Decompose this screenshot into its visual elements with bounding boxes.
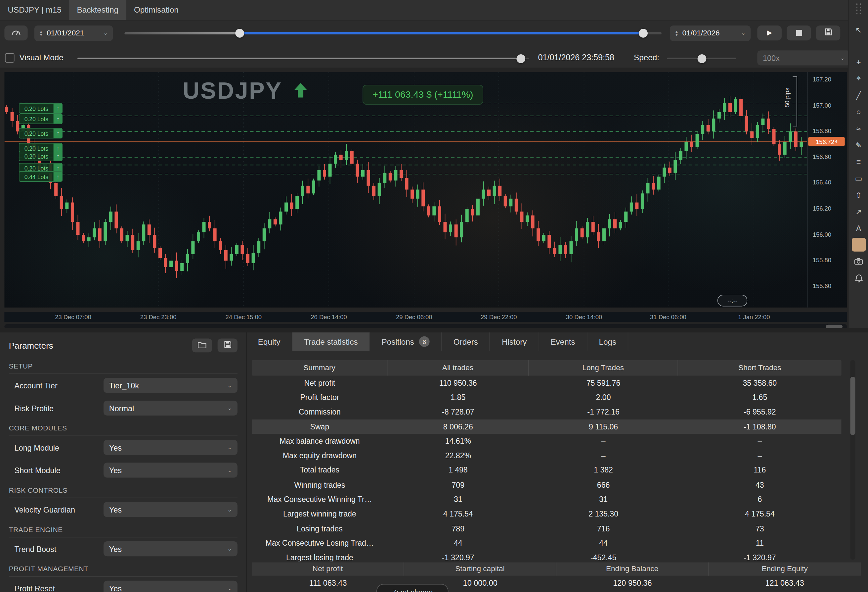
sidebar-drag-handle[interactable]	[856, 3, 861, 14]
play-button[interactable]: ▶	[757, 25, 782, 40]
stop-button[interactable]	[787, 25, 811, 40]
text-tool[interactable]: A	[852, 221, 866, 235]
end-date-select[interactable]: ▲▼ 01/01/2026 ⌄	[670, 25, 751, 41]
table-row[interactable]: Winning trades70966643	[252, 478, 841, 492]
backtest-toolbar: ▲▼ 01/01/2021 ⌄ ▲▼ 01/01/2026 ⌄ ▶	[0, 23, 848, 43]
time-axis[interactable]: 23 Dec 07:0023 Dec 23:0024 Dec 15:0026 D…	[4, 312, 847, 322]
price-axis[interactable]: 157.20157.00156.80156.60156.40156.20156.…	[807, 72, 847, 308]
tab-equity[interactable]: Equity	[247, 332, 292, 351]
table-cell: 2.00	[528, 393, 678, 402]
visual-mode-checkbox[interactable]	[5, 53, 14, 62]
table-cell: -8 728.07	[387, 408, 528, 416]
table-row[interactable]: Max balance drawdown14.61%––	[252, 434, 841, 448]
backtest-range-slider[interactable]	[125, 24, 661, 43]
settings-gauge-button[interactable]	[4, 25, 28, 40]
table-row[interactable]: Commission-8 728.07-1 772.16-6 955.92	[252, 405, 841, 419]
pips-bracket	[793, 77, 797, 126]
price-axis-label: 157.00	[813, 102, 831, 108]
param-select-velocity-guardian[interactable]: Yes⌄	[103, 502, 238, 517]
trade-lot-badge[interactable]: 0.20 Lots↑	[19, 114, 63, 124]
window-tabbar: USDJPY | m15BacktestingOptimisation	[0, 0, 848, 21]
table-row[interactable]: Total trades1 4981 382116	[252, 463, 841, 478]
color-swatch-tool[interactable]	[852, 238, 866, 252]
table-row[interactable]: Losing trades78971673	[252, 521, 841, 536]
tab-orders[interactable]: Orders	[442, 332, 490, 351]
table-row[interactable]: Max Consecutive Winning Tr…31316	[252, 492, 841, 507]
param-select-long-module[interactable]: Yes⌄	[103, 440, 238, 455]
target-tool[interactable]: ⌖	[852, 71, 866, 86]
wave-pattern-tool[interactable]: ≈	[852, 121, 866, 135]
param-select-short-module[interactable]: Yes⌄	[103, 463, 238, 477]
table-cell: Max balance drawdown	[252, 437, 387, 445]
param-select-account-tier[interactable]: Tier_10k⌄	[103, 378, 238, 393]
footer-header-net-profit: Net profit	[252, 562, 404, 576]
date-stepper-icon[interactable]: ▲▼	[675, 30, 679, 36]
progress-fill	[77, 58, 521, 59]
trade-lot-badge[interactable]: 0.44 Lots↑	[19, 171, 63, 182]
param-label: Account Tier	[15, 381, 103, 390]
save-backtest-button[interactable]	[816, 25, 840, 40]
table-row[interactable]: Net profit110 950.3675 591.7635 358.60	[252, 376, 841, 390]
crosshair-tool[interactable]: +	[852, 55, 866, 69]
tab-trade-statistics[interactable]: Trade statistics	[292, 332, 370, 351]
brush-tool[interactable]: ✎	[852, 138, 866, 152]
alert-bell-icon[interactable]	[852, 271, 866, 285]
time-axis-label: 23 Dec 07:00	[55, 314, 91, 320]
param-row-account-tier: Account TierTier_10k⌄	[0, 374, 247, 397]
stats-scrollbar-thumb[interactable]	[850, 377, 855, 435]
speed-multiplier-select[interactable]: 100x ⌄	[757, 50, 850, 65]
load-parameters-button[interactable]	[192, 338, 212, 352]
candlestick-chart[interactable]: USDJPY +111 063.43 $ (+1111%) 0.20 Lots↑…	[4, 72, 847, 308]
playback-progress-slider[interactable]	[77, 49, 528, 67]
table-row[interactable]: Largest winning trade4 175.542 135.304 1…	[252, 507, 841, 521]
param-select-trend-boost[interactable]: Yes⌄	[103, 541, 238, 556]
start-date-select[interactable]: ▲▼ 01/01/2021 ⌄	[34, 25, 113, 41]
trade-lot-badge[interactable]: 0.20 Lots↑	[19, 151, 63, 161]
table-row[interactable]: Profit factor1.852.001.65	[252, 390, 841, 405]
price-forecast-tool[interactable]: ↗	[852, 204, 866, 219]
screenshot-button[interactable]: Zrzut ekranu	[376, 584, 449, 592]
table-cell: 1 498	[387, 466, 528, 475]
tab-positions[interactable]: Positions8	[370, 332, 441, 351]
range-slider-end-handle[interactable]	[639, 29, 648, 38]
param-select-risk-profile[interactable]: Normal⌄	[103, 401, 238, 416]
table-row[interactable]: Largest losing trade-1 320.97-452.45-1 3…	[252, 551, 841, 561]
window-tab-optimisation[interactable]: Optimisation	[126, 0, 186, 20]
save-parameters-button[interactable]	[218, 338, 238, 352]
tab-history[interactable]: History	[490, 332, 539, 351]
lot-size-label: 0.20 Lots	[19, 105, 53, 112]
progress-handle[interactable]	[517, 54, 525, 63]
fibonacci-tool[interactable]: ≡	[852, 155, 866, 169]
speed-handle[interactable]	[698, 54, 707, 63]
param-value: Yes	[109, 466, 122, 475]
speed-slider[interactable]	[667, 49, 737, 67]
table-cell: 31	[528, 495, 678, 503]
table-cell: Commission	[252, 408, 387, 416]
pointer-tool[interactable]: ↖	[852, 23, 866, 37]
trend-line-tool[interactable]: ╱	[852, 88, 866, 102]
window-tab-usdjpy-m15[interactable]: USDJPY | m15	[0, 0, 69, 20]
arrow-mark-tool[interactable]: ⇧	[852, 188, 866, 202]
window-tab-backtesting[interactable]: Backtesting	[69, 0, 126, 20]
table-cell: 44	[387, 539, 528, 547]
param-select-profit-reset[interactable]: Yes⌄	[103, 581, 238, 592]
stats-table-scrollbar[interactable]	[850, 360, 855, 559]
time-axis-label: 29 Dec 06:00	[396, 314, 433, 320]
screenshot-camera-icon[interactable]	[852, 254, 866, 268]
date-stepper-icon[interactable]: ▲▼	[39, 30, 43, 36]
tab-logs[interactable]: Logs	[587, 332, 629, 351]
rectangle-tool[interactable]: ▭	[852, 171, 866, 185]
lot-size-label: 0.20 Lots	[19, 115, 53, 122]
table-row[interactable]: Max Consecutive Losing Trad…444411	[252, 536, 841, 551]
trade-lot-badge[interactable]: 0.20 Lots↑	[19, 128, 63, 139]
ellipse-tool[interactable]: ○	[852, 105, 866, 118]
current-price-tag: 156.724	[808, 137, 844, 147]
range-slider-start-handle[interactable]	[235, 29, 244, 38]
trade-lot-badge[interactable]: 0.20 Lots↑	[19, 103, 63, 114]
speed-multiplier-value: 100x	[763, 53, 780, 62]
chevron-down-icon: ⌄	[741, 30, 745, 36]
table-row[interactable]: Swap8 006.269 115.06-1 108.80	[252, 419, 841, 434]
param-value: Yes	[109, 443, 122, 452]
table-row[interactable]: Max equity drawdown22.82%––	[252, 448, 841, 463]
tab-events[interactable]: Events	[539, 332, 587, 351]
